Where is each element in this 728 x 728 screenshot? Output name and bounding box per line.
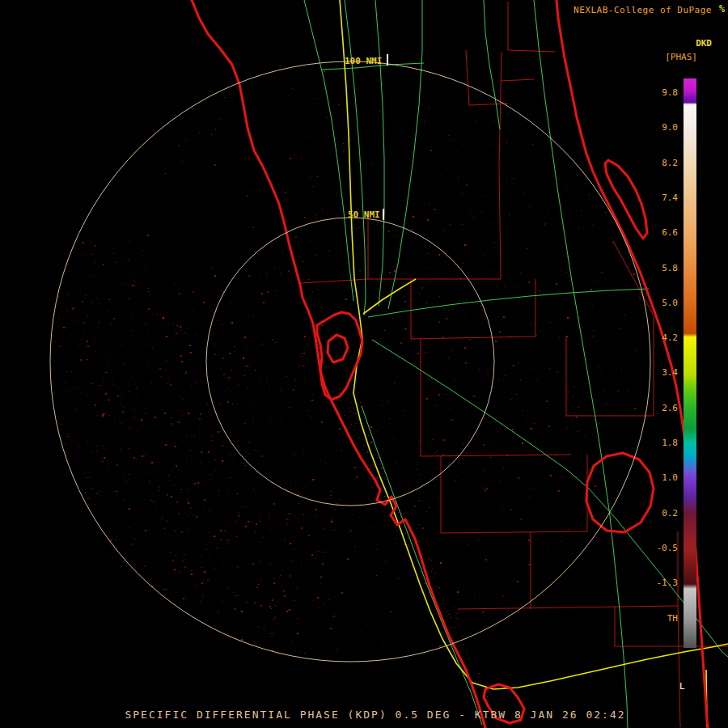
range-rings — [50, 61, 650, 662]
cod-logo-icon: % — [719, 3, 725, 15]
radar-speckle-layer — [53, 70, 641, 709]
colorbar-label: TH — [667, 613, 678, 624]
ring-label-50nmi: 50 NMI — [348, 210, 380, 220]
ring-label-100nmi: 100 NMI — [345, 56, 382, 66]
coastline — [192, 0, 708, 728]
indian-river-lagoon — [605, 160, 647, 239]
tampa-bay — [317, 312, 362, 400]
colorbar-label: 0.2 — [662, 508, 678, 518]
colorbar-label: 1.0 — [662, 472, 678, 483]
colorbar-label: 3.4 — [662, 367, 678, 378]
colorbar-label: 6.6 — [662, 227, 678, 238]
colorbar-label: 7.4 — [662, 193, 678, 203]
colorbar-label: 2.6 — [662, 403, 678, 413]
colorbar-label: 5.8 — [662, 263, 678, 273]
green-roads — [304, 0, 728, 728]
ring-100nmi — [50, 61, 650, 662]
ring-50nmi — [206, 218, 494, 506]
colorbar-label: 5.0 — [662, 298, 678, 308]
colorbar-label: 4.2 — [662, 332, 678, 343]
colorbar-label: -0.5 — [657, 543, 679, 553]
colorbar-label: -1.3 — [657, 578, 679, 588]
colorbar-label: 8.2 — [662, 158, 678, 168]
radar-map — [0, 0, 728, 728]
radar-viewer: 100 NMI 50 NMI NEXLAB-College of DuPage … — [0, 0, 728, 728]
colorbar — [684, 78, 696, 648]
colorbar-label: 9.0 — [662, 122, 678, 133]
l-mark: L — [679, 681, 685, 692]
product-units: [PHAS] — [665, 52, 697, 62]
gulf-coast — [192, 0, 485, 728]
product-caption: SPECIFIC DIFFERENTIAL PHASE (KDP) 0.5 DE… — [24, 709, 726, 721]
product-code: DKD — [696, 38, 712, 49]
colorbar-label: 9.8 — [662, 87, 678, 98]
brand-title: NEXLAB-College of DuPage — [574, 5, 712, 15]
tampa-bay-inner — [328, 335, 348, 362]
colorbar-label: 1.8 — [662, 438, 678, 448]
